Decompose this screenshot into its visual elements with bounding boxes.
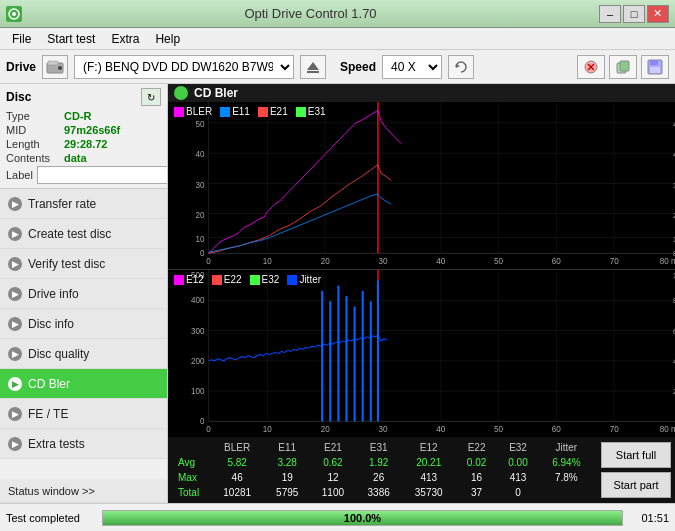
disc-label-label: Label	[6, 169, 33, 181]
disc-refresh-button[interactable]: ↻	[141, 88, 161, 106]
svg-text:50: 50	[494, 425, 503, 434]
svg-text:300: 300	[191, 327, 205, 336]
refresh-drive-button[interactable]	[448, 55, 474, 79]
speed-label: Speed	[340, 60, 376, 74]
svg-rect-14	[650, 60, 658, 65]
close-button[interactable]: ✕	[647, 5, 669, 23]
speed-select[interactable]: 40 X	[382, 55, 442, 79]
status-window-button[interactable]: Status window >>	[0, 479, 167, 503]
legend-jitter-color	[287, 275, 297, 285]
svg-point-4	[58, 66, 62, 70]
menu-file[interactable]: File	[4, 30, 39, 48]
disc-mid-value: 97m26s66f	[64, 124, 120, 136]
legend-e21-color	[258, 107, 268, 117]
sidebar-item-verify-test-disc[interactable]: ▶ Verify test disc	[0, 249, 167, 279]
legend-e12: E12	[174, 274, 204, 285]
svg-text:80 min: 80 min	[660, 425, 675, 434]
svg-text:20: 20	[321, 257, 330, 266]
eject-button[interactable]	[300, 55, 326, 79]
sidebar-item-extra-tests[interactable]: ▶ Extra tests	[0, 429, 167, 459]
stats-avg-e11: 3.28	[265, 456, 309, 469]
svg-text:10: 10	[263, 425, 272, 434]
legend-e31: E31	[296, 106, 326, 117]
disc-length-label: Length	[6, 138, 64, 150]
main-content: Disc ↻ Type CD-R MID 97m26s66f Length 29…	[0, 84, 675, 503]
stats-table: BLER E11 E21 E31 E12 E22 E32 Jitter Avg …	[172, 439, 595, 501]
disc-info-icon: ▶	[8, 317, 22, 331]
chart-title-bar: CD Bler	[168, 84, 675, 102]
stats-avg-jitter: 6.94%	[540, 456, 593, 469]
chart-title: CD Bler	[194, 86, 238, 100]
stats-max-jitter: 7.8%	[540, 471, 593, 484]
stats-max-e12: 413	[403, 471, 455, 484]
save-button[interactable]	[641, 55, 669, 79]
sidebar-item-disc-info[interactable]: ▶ Disc info	[0, 309, 167, 339]
svg-text:20: 20	[195, 211, 204, 220]
top-chart: BLER E11 E21 E31	[168, 102, 675, 270]
start-full-button[interactable]: Start full	[601, 442, 671, 468]
svg-text:30: 30	[378, 425, 387, 434]
start-part-button[interactable]: Start part	[601, 472, 671, 498]
menu-help[interactable]: Help	[147, 30, 188, 48]
top-legend: BLER E11 E21 E31	[168, 104, 332, 119]
copy-button[interactable]	[609, 55, 637, 79]
stats-total-bler: 10281	[211, 486, 263, 499]
svg-text:0: 0	[200, 249, 205, 258]
drive-select[interactable]: (F:) BENQ DVD DD DW1620 B7W9	[74, 55, 294, 79]
status-window-label: Status window >>	[8, 485, 95, 497]
minimize-button[interactable]: –	[599, 5, 621, 23]
erase-button[interactable]	[577, 55, 605, 79]
top-chart-svg: 50 40 30 20 10 0 0 10 20 30 40 50 60 70 …	[168, 102, 675, 269]
stats-total-label: Total	[174, 486, 209, 499]
maximize-button[interactable]: □	[623, 5, 645, 23]
sidebar-item-verify-test-disc-label: Verify test disc	[28, 257, 105, 271]
legend-e21: E21	[258, 106, 288, 117]
disc-contents-label: Contents	[6, 152, 64, 164]
legend-bler: BLER	[174, 106, 212, 117]
svg-text:50: 50	[494, 257, 503, 266]
drive-icon	[42, 55, 68, 79]
stats-total-e21: 1100	[311, 486, 355, 499]
stats-max-e21: 12	[311, 471, 355, 484]
disc-mid-label: MID	[6, 124, 64, 136]
legend-e22-label: E22	[224, 274, 242, 285]
disc-label-input[interactable]	[37, 166, 168, 184]
drivebar: Drive (F:) BENQ DVD DD DW1620 B7W9 Speed…	[0, 50, 675, 84]
svg-text:70: 70	[610, 425, 619, 434]
svg-rect-15	[650, 67, 660, 73]
sidebar-item-drive-info-label: Drive info	[28, 287, 79, 301]
menu-start-test[interactable]: Start test	[39, 30, 103, 48]
stats-max-label: Max	[174, 471, 209, 484]
legend-e21-label: E21	[270, 106, 288, 117]
stats-max-e32: 413	[498, 471, 537, 484]
stats-header-bler: BLER	[211, 441, 263, 454]
legend-bler-label: BLER	[186, 106, 212, 117]
sidebar-item-fe-te[interactable]: ▶ FE / TE	[0, 399, 167, 429]
fe-te-icon: ▶	[8, 407, 22, 421]
elapsed-time: 01:51	[629, 512, 669, 524]
legend-e11-color	[220, 107, 230, 117]
bottom-legend: E12 E22 E32 Jitter	[168, 272, 327, 287]
transfer-rate-icon: ▶	[8, 197, 22, 211]
sidebar-item-drive-info[interactable]: ▶ Drive info	[0, 279, 167, 309]
sidebar-item-create-test-disc[interactable]: ▶ Create test disc	[0, 219, 167, 249]
svg-text:200: 200	[191, 357, 205, 366]
svg-text:50: 50	[195, 120, 204, 129]
create-test-disc-icon: ▶	[8, 227, 22, 241]
legend-e32-color	[250, 275, 260, 285]
svg-point-1	[12, 12, 16, 16]
sidebar-item-cd-bler[interactable]: ▶ CD Bler	[0, 369, 167, 399]
svg-text:30: 30	[195, 180, 204, 189]
disc-quality-icon: ▶	[8, 347, 22, 361]
bottom-chart: E12 E22 E32 Jitter	[168, 270, 675, 437]
disc-type-value: CD-R	[64, 110, 92, 122]
svg-marker-7	[456, 64, 460, 68]
svg-rect-12	[620, 61, 629, 71]
sidebar-item-disc-quality[interactable]: ▶ Disc quality	[0, 339, 167, 369]
sidebar-item-transfer-rate[interactable]: ▶ Transfer rate	[0, 189, 167, 219]
menu-extra[interactable]: Extra	[103, 30, 147, 48]
legend-e32-label: E32	[262, 274, 280, 285]
svg-text:60: 60	[552, 425, 561, 434]
stats-header-e31: E31	[357, 441, 401, 454]
legend-e31-label: E31	[308, 106, 326, 117]
